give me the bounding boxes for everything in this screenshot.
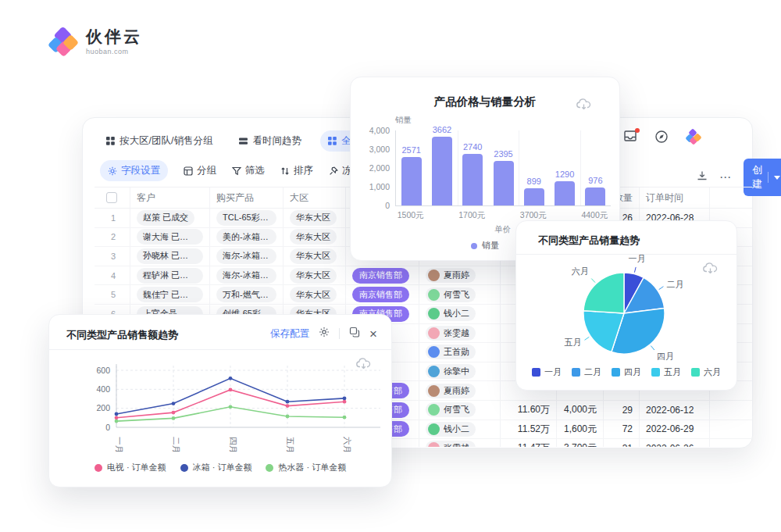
header-checkbox-cell[interactable]	[95, 187, 130, 208]
sort-icon	[280, 166, 290, 176]
avatar	[428, 385, 440, 397]
person-cell: 徐擎中	[419, 362, 501, 381]
header-region[interactable]: 大区	[284, 187, 346, 208]
inbox-icon[interactable]	[623, 130, 639, 144]
customer-cell: 孙晓林 已成交	[130, 247, 210, 266]
bar	[524, 188, 544, 205]
avatar	[428, 289, 440, 301]
legend-label: 四月	[624, 366, 641, 378]
more-icon[interactable]: ⋯	[719, 170, 732, 184]
line-chart-card: 不同类型产品销售额趋势 保存配置 × 0200400600一月二月四月五月六月 …	[48, 314, 392, 487]
amount-cell: 11.47万	[501, 439, 557, 447]
tab-group-by-region[interactable]: 按大区/团队/销售分组	[98, 130, 220, 152]
bar	[585, 187, 605, 205]
region-cell: 华东大区	[284, 228, 346, 247]
legend-item[interactable]: 六月	[691, 366, 721, 378]
pie-label-leader	[591, 279, 595, 283]
bar-value-label: 899	[527, 177, 541, 186]
person-cell: 夏雨婷	[419, 266, 501, 285]
person-tag: 钱小二	[426, 306, 476, 321]
customer-pill: 谢大海 已成交	[137, 229, 203, 245]
dept-cell: 南京销售部	[346, 266, 419, 285]
customer-pill: 孙晓林 已成交	[137, 248, 203, 264]
legend-item[interactable]: 五月	[651, 366, 681, 378]
pie-label-leader	[659, 287, 664, 290]
product-cell: 海尔-冰箱-BCD...	[210, 266, 284, 285]
filter-button[interactable]: 筛选	[232, 164, 265, 177]
y-tick-label: 0	[352, 201, 390, 210]
bar	[401, 157, 422, 205]
y-tick-label: 1,000	[352, 182, 390, 191]
product-cell: 海尔-冰箱-BCD...	[210, 247, 284, 266]
field-settings-button[interactable]: 字段设置	[100, 160, 168, 181]
y-tick-label: 200	[96, 403, 110, 412]
person-cell: 何雪飞	[419, 285, 501, 304]
pie-chart: 一月二月四月五月六月	[516, 254, 736, 363]
avatar	[428, 442, 440, 447]
download-icon[interactable]	[697, 170, 708, 184]
person-cell: 钱小二	[419, 420, 501, 439]
x-tick-label: 一月	[115, 437, 124, 453]
legend-item[interactable]: 二月	[572, 366, 601, 378]
legend-label: 销量	[482, 240, 499, 252]
legend-label: 六月	[704, 366, 721, 378]
group-button[interactable]: 分组	[184, 164, 216, 177]
sort-button[interactable]: 排序	[280, 164, 313, 177]
bar-value-label: 3662	[433, 125, 451, 134]
brand-name: 伙伴云	[86, 28, 142, 45]
pie-chart-card: 不同类型产品销量趋势 一月二月四月五月六月 一月二月四月五月六月	[515, 220, 737, 391]
gridline	[458, 130, 458, 205]
brand-domain: huoban.com	[86, 48, 142, 55]
person-name: 徐擎中	[444, 366, 469, 377]
row-number: 1	[101, 213, 116, 223]
bar-value-label: 976	[588, 176, 602, 185]
header-customer[interactable]: 客户	[130, 187, 210, 208]
x-tick-label: 五月	[286, 437, 295, 453]
row-number-cell: 4	[95, 266, 130, 285]
legend-item[interactable]: 四月	[612, 366, 641, 378]
price-cell: 1,600元	[557, 420, 604, 439]
tab-time-trend[interactable]: 看时间趋势	[231, 130, 309, 152]
chevron-down-icon	[774, 176, 780, 180]
legend-swatch	[651, 368, 660, 377]
avatar	[428, 366, 440, 377]
legend-item[interactable]: 一月	[532, 366, 562, 378]
row-number-cell: 2	[95, 228, 130, 247]
legend-dot	[95, 464, 102, 472]
price-cell: 4,000元	[557, 401, 604, 420]
person-cell: 王首勋	[419, 343, 501, 362]
data-point	[343, 397, 347, 401]
header-product[interactable]: 购买产品	[210, 187, 284, 208]
pie-slice-label: 六月	[572, 266, 589, 276]
gridline	[519, 130, 519, 205]
y-tick-label: 600	[96, 366, 110, 375]
data-point	[343, 400, 347, 404]
y-tick-label: 2,000	[352, 163, 390, 173]
product-pill: 海尔-冰箱-BCD...	[216, 248, 276, 264]
pie-slice-label: 四月	[657, 352, 674, 361]
qty-cell: 31	[604, 439, 640, 447]
checkbox[interactable]	[106, 192, 117, 203]
legend-label: 一月	[544, 366, 562, 378]
data-point	[229, 405, 233, 409]
header-date[interactable]: 订单时间	[640, 187, 710, 208]
region-cell: 华东大区	[284, 266, 346, 285]
huoban-mini-logo-icon[interactable]	[686, 130, 700, 144]
legend-item[interactable]: 热水器 · 订单金额	[266, 462, 346, 473]
compass-icon[interactable]	[654, 130, 670, 144]
legend-item[interactable]: 冰箱 · 订单金额	[180, 462, 252, 473]
y-tick-label: 4,000	[352, 126, 390, 135]
legend-item[interactable]: 电视 · 订单金额	[95, 462, 166, 473]
pie-label-leader	[585, 337, 590, 340]
gridline	[580, 130, 581, 205]
person-tag: 张雯越	[426, 441, 476, 447]
data-point	[286, 404, 290, 408]
date-cell: 2022-06-26	[640, 439, 710, 447]
bar-value-label: 2571	[401, 145, 420, 155]
pin-icon	[329, 166, 338, 176]
cloud-download-icon[interactable]	[576, 98, 591, 114]
person-cell: 张雯越	[419, 324, 501, 343]
legend-dot	[180, 464, 188, 472]
date-cell: 2022-06-29	[640, 420, 710, 439]
person-name: 钱小二	[444, 308, 469, 320]
